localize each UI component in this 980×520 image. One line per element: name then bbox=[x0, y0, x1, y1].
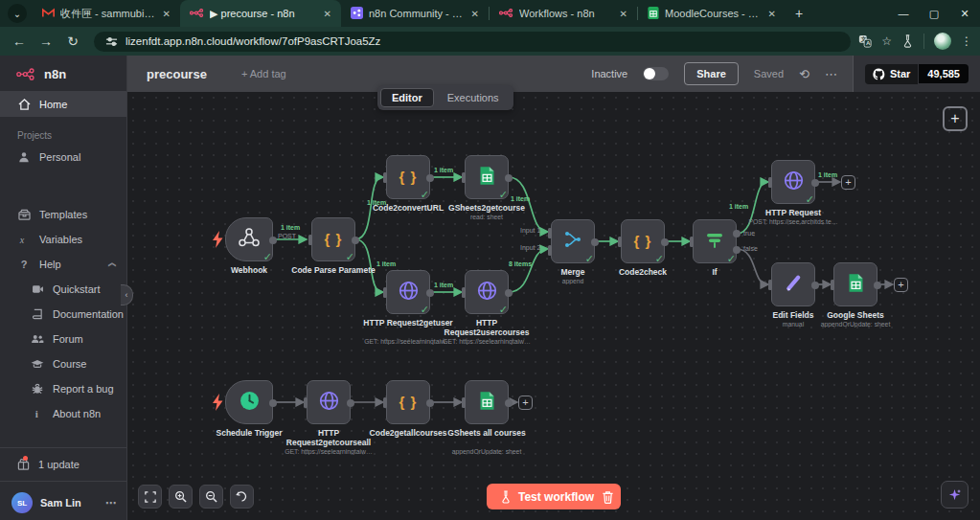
output-connector[interactable] bbox=[352, 237, 359, 244]
node-code2getallcourses[interactable]: { }Code2getallcourses bbox=[386, 380, 430, 424]
output-connector[interactable] bbox=[811, 282, 819, 289]
input-connector[interactable] bbox=[831, 280, 834, 290]
node-merge[interactable]: ✓Mergeappend bbox=[551, 219, 595, 263]
sidebar-item-forum[interactable]: Forum bbox=[0, 327, 126, 351]
tab-close-icon[interactable]: ✕ bbox=[766, 9, 778, 19]
input-connector[interactable] bbox=[690, 237, 694, 247]
input-connector[interactable] bbox=[383, 172, 387, 183]
node-http-request[interactable]: ✓HTTP RequestPOST: https://see.architds.… bbox=[771, 160, 815, 204]
sidebar-item-quickstart[interactable]: Quickstart bbox=[0, 277, 126, 302]
sidebar-item-help[interactable]: ?Help❯ bbox=[0, 252, 126, 277]
node-http-request2getuser[interactable]: ✓HTTP Request2getuserGET: https://seelea… bbox=[386, 270, 430, 314]
user-menu-icon[interactable]: ⋯ bbox=[105, 497, 117, 509]
node-google-sheets[interactable]: Google SheetsappendOrUpdate: sheet bbox=[833, 262, 877, 306]
n8n-logo[interactable]: n8n bbox=[0, 56, 126, 91]
zoom-to-fit-button[interactable] bbox=[138, 485, 162, 509]
input-connector[interactable] bbox=[304, 397, 308, 408]
window-minimize-button[interactable]: — bbox=[888, 0, 919, 27]
test-workflow-button[interactable]: Test workflow bbox=[487, 484, 607, 509]
history-icon[interactable]: ⟲ bbox=[799, 67, 809, 81]
input-connector[interactable] bbox=[768, 280, 772, 290]
window-maximize-button[interactable]: ▢ bbox=[919, 0, 949, 27]
input-connector[interactable] bbox=[618, 237, 622, 247]
sidebar-item-updates[interactable]: 1 update bbox=[0, 452, 126, 477]
input-connector[interactable] bbox=[383, 287, 387, 298]
trigger-bolt-icon[interactable] bbox=[213, 394, 223, 411]
node-http-request2usercourses[interactable]: ✓HTTP Request2usercoursesGET: https://se… bbox=[465, 270, 509, 314]
experiments-flask-icon[interactable] bbox=[901, 34, 914, 48]
browser-tab-3[interactable]: n8n Community - Connect, L✕ bbox=[341, 0, 489, 27]
output-connector[interactable] bbox=[426, 289, 434, 297]
output-connector[interactable] bbox=[661, 238, 669, 246]
browser-tab-1[interactable]: 收件匣 - sammubiesam@lizen✕ bbox=[33, 0, 180, 27]
browser-tab-2[interactable]: ▶ precourse - n8n✕ bbox=[180, 0, 341, 27]
trigger-bolt-icon[interactable] bbox=[213, 231, 223, 248]
site-settings-icon[interactable] bbox=[105, 35, 118, 48]
node-code-parse-parameter[interactable]: { }✓Code Parse Paramete bbox=[311, 217, 355, 261]
output-connector[interactable] bbox=[426, 174, 434, 182]
sidebar-item-course[interactable]: Course bbox=[0, 351, 126, 376]
node-gsheets2getcourse[interactable]: ✓GSheets2getcourseread: sheet bbox=[465, 155, 509, 199]
add-tag-button[interactable]: + Add tag bbox=[241, 68, 286, 79]
add-node-endpoint[interactable]: + bbox=[518, 396, 533, 410]
input-connector-2[interactable] bbox=[548, 245, 552, 256]
delete-execution-button[interactable] bbox=[595, 484, 621, 509]
window-close-button[interactable]: ✕ bbox=[949, 0, 980, 27]
output-connector[interactable] bbox=[505, 399, 513, 407]
forward-button[interactable]: → bbox=[34, 34, 57, 49]
github-star-widget[interactable]: Star 49,585 bbox=[865, 64, 969, 84]
sidebar-item-templates[interactable]: Templates bbox=[0, 202, 126, 227]
input-connector[interactable] bbox=[462, 397, 466, 408]
node-if[interactable]: ✓If bbox=[693, 219, 737, 263]
node-schedule-trigger[interactable]: Schedule Trigger bbox=[225, 380, 273, 424]
bookmark-star-icon[interactable]: ☆ bbox=[881, 34, 892, 48]
output-connector[interactable] bbox=[269, 237, 277, 244]
reset-view-button[interactable] bbox=[230, 485, 254, 509]
tab-close-icon[interactable]: ✕ bbox=[161, 9, 172, 19]
input-connector-1[interactable] bbox=[548, 228, 552, 238]
sidebar-item-home[interactable]: Home bbox=[0, 91, 126, 117]
browser-tab-5[interactable]: MoodleCourses - Google 試算✕ bbox=[638, 0, 786, 27]
sidebar-user[interactable]: SL Sam Lin ⋯ bbox=[0, 486, 126, 520]
active-toggle[interactable] bbox=[643, 67, 669, 80]
reload-button[interactable]: ↻ bbox=[61, 34, 84, 49]
tab-search-chevron-icon[interactable]: ⌄ bbox=[8, 4, 27, 23]
tab-close-icon[interactable]: ✕ bbox=[469, 9, 481, 19]
tab-close-icon[interactable]: ✕ bbox=[618, 9, 629, 19]
node-code2check[interactable]: { }✓Code2check bbox=[621, 219, 665, 263]
node-http-request2getcourseall[interactable]: HTTP Request2getcourseallGET: https://se… bbox=[307, 380, 351, 424]
output-connector[interactable] bbox=[811, 179, 819, 187]
output-connector[interactable] bbox=[505, 174, 513, 182]
node-gsheets-all-courses[interactable]: GSheets all coursesappendOrUpdate: sheet bbox=[465, 380, 509, 424]
browser-tab-4[interactable]: Workflows - n8n✕ bbox=[490, 0, 637, 27]
sidebar-item-report-a-bug[interactable]: Report a bug bbox=[0, 376, 126, 401]
workflow-title[interactable]: precourse bbox=[147, 67, 207, 81]
input-connector[interactable] bbox=[462, 287, 466, 298]
add-node-button[interactable]: + bbox=[943, 106, 968, 131]
tab-editor[interactable]: Editor bbox=[380, 88, 434, 107]
sidebar-item-personal[interactable]: Personal bbox=[0, 145, 126, 170]
node-code2converturl[interactable]: { }✓Code2convertURL bbox=[386, 155, 430, 199]
output-connector[interactable] bbox=[347, 399, 354, 407]
output-connector[interactable] bbox=[591, 238, 599, 246]
input-connector[interactable] bbox=[383, 397, 387, 408]
add-node-endpoint[interactable]: + bbox=[894, 278, 908, 292]
output-connector[interactable] bbox=[874, 282, 881, 289]
back-button[interactable]: ← bbox=[8, 34, 31, 49]
output-connector[interactable] bbox=[269, 399, 277, 407]
share-button[interactable]: Share bbox=[684, 62, 739, 85]
input-connector[interactable] bbox=[462, 172, 466, 183]
add-node-endpoint[interactable]: + bbox=[841, 175, 855, 190]
user-avatar[interactable]: SL bbox=[11, 492, 33, 513]
zoom-out-button[interactable] bbox=[199, 485, 223, 509]
node-webhook[interactable]: ✓Webhook bbox=[225, 217, 273, 261]
workflow-canvas[interactable]: ✓Webhook{ }✓Code Parse Paramete{ }✓Code2… bbox=[127, 92, 980, 520]
browser-profile-avatar[interactable] bbox=[934, 33, 951, 50]
header-menu-icon[interactable]: ⋯ bbox=[825, 67, 837, 81]
output-connector-true[interactable] bbox=[733, 230, 741, 237]
output-connector[interactable] bbox=[426, 399, 434, 407]
tab-executions[interactable]: Executions bbox=[436, 88, 511, 107]
sidebar-item-variables[interactable]: xVariables bbox=[0, 227, 126, 252]
input-connector[interactable] bbox=[768, 177, 772, 188]
input-connector[interactable] bbox=[308, 235, 312, 245]
